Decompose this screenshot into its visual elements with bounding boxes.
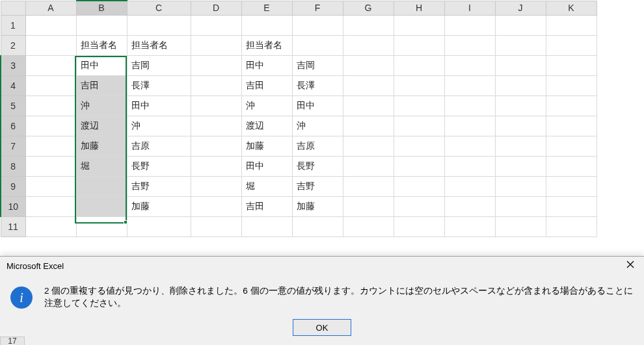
cell[interactable] [191, 96, 241, 116]
cell[interactable]: 長澤 [127, 75, 191, 96]
column-header[interactable]: G [343, 1, 394, 15]
cell[interactable] [495, 196, 546, 216]
cell[interactable] [546, 15, 597, 35]
cell[interactable] [495, 156, 546, 176]
cell[interactable] [495, 15, 546, 35]
cell[interactable] [546, 136, 597, 156]
cell[interactable] [25, 216, 76, 236]
cell[interactable] [241, 216, 292, 236]
cell[interactable]: 担当者名 [241, 35, 292, 55]
cell[interactable] [444, 156, 495, 176]
grid[interactable]: ABCDEFGHIJK12担当者名担当者名担当者名3田中吉岡田中吉岡4吉田長澤吉… [0, 0, 597, 237]
cell[interactable] [495, 35, 546, 55]
selection-fill-handle[interactable] [124, 220, 127, 224]
column-header[interactable]: C [127, 1, 191, 15]
cell[interactable] [546, 176, 597, 196]
column-header[interactable]: A [25, 1, 76, 15]
cell[interactable]: 田中 [241, 156, 292, 176]
column-header[interactable]: J [495, 1, 546, 15]
cell[interactable] [25, 35, 76, 55]
column-header[interactable]: F [292, 1, 343, 15]
cell[interactable]: 沖 [76, 96, 127, 116]
cell[interactable]: 渡辺 [241, 116, 292, 136]
cell[interactable] [546, 216, 597, 236]
cell[interactable]: 田中 [292, 96, 343, 116]
cell[interactable]: 長澤 [292, 75, 343, 96]
column-header[interactable]: B [76, 1, 127, 15]
cell[interactable] [343, 55, 394, 75]
cell[interactable] [191, 116, 241, 136]
column-header[interactable]: H [394, 1, 444, 15]
cell[interactable] [394, 35, 444, 55]
cell[interactable] [25, 116, 76, 136]
cell[interactable] [343, 216, 394, 236]
cell[interactable]: 加藤 [127, 196, 191, 216]
cell[interactable] [546, 35, 597, 55]
cell[interactable] [444, 35, 495, 55]
cell[interactable] [444, 176, 495, 196]
column-header[interactable]: E [241, 1, 292, 15]
row-header[interactable]: 10 [1, 196, 25, 216]
cell[interactable] [444, 116, 495, 136]
cell[interactable] [394, 75, 444, 96]
cell[interactable]: 吉原 [127, 136, 191, 156]
cell[interactable] [191, 15, 241, 35]
cell[interactable] [444, 196, 495, 216]
cell[interactable] [546, 75, 597, 96]
cell[interactable]: 堀 [241, 176, 292, 196]
cell[interactable] [76, 216, 127, 236]
cell[interactable] [444, 15, 495, 35]
cell[interactable] [191, 75, 241, 96]
cell[interactable]: 吉原 [292, 136, 343, 156]
cell[interactable] [495, 116, 546, 136]
cell[interactable] [191, 35, 241, 55]
column-header[interactable]: K [546, 1, 597, 15]
row-header[interactable]: 8 [1, 156, 25, 176]
cell[interactable]: 田中 [241, 55, 292, 75]
cell[interactable] [191, 156, 241, 176]
cell[interactable] [394, 55, 444, 75]
cell[interactable] [546, 116, 597, 136]
cell[interactable]: 吉岡 [127, 55, 191, 75]
dialog-titlebar[interactable]: Microsoft Excel [0, 257, 644, 276]
cell[interactable] [25, 75, 76, 96]
cell[interactable]: 吉野 [292, 176, 343, 196]
cell[interactable]: 担当者名 [76, 35, 127, 55]
cell[interactable] [343, 35, 394, 55]
cell[interactable] [343, 196, 394, 216]
cell[interactable] [25, 176, 76, 196]
cell[interactable] [546, 55, 597, 75]
cell[interactable]: 担当者名 [127, 35, 191, 55]
cell[interactable]: 渡辺 [76, 116, 127, 136]
cell[interactable] [444, 216, 495, 236]
column-header[interactable]: I [444, 1, 495, 15]
cell[interactable] [343, 156, 394, 176]
row-header[interactable]: 1 [1, 15, 25, 35]
cell[interactable] [394, 196, 444, 216]
cell[interactable] [444, 55, 495, 75]
cell[interactable] [191, 55, 241, 75]
cell[interactable]: 田中 [127, 96, 191, 116]
row-header[interactable]: 7 [1, 136, 25, 156]
cell[interactable]: 沖 [241, 96, 292, 116]
cell[interactable] [444, 96, 495, 116]
cell[interactable] [394, 156, 444, 176]
row-header-partial[interactable]: 17 [0, 337, 25, 345]
cell[interactable] [25, 15, 76, 35]
cell[interactable]: 沖 [127, 116, 191, 136]
cell[interactable] [343, 136, 394, 156]
cell[interactable] [76, 196, 127, 216]
cell[interactable] [25, 136, 76, 156]
cell[interactable] [25, 96, 76, 116]
cell[interactable] [343, 96, 394, 116]
cell[interactable]: 吉田 [76, 75, 127, 96]
cell[interactable] [444, 75, 495, 96]
row-header[interactable]: 9 [1, 176, 25, 196]
row-header[interactable]: 4 [1, 75, 25, 96]
cell[interactable] [394, 15, 444, 35]
cell[interactable] [191, 176, 241, 196]
cell[interactable] [495, 136, 546, 156]
cell[interactable] [343, 176, 394, 196]
cell[interactable] [394, 176, 444, 196]
cell[interactable] [25, 196, 76, 216]
